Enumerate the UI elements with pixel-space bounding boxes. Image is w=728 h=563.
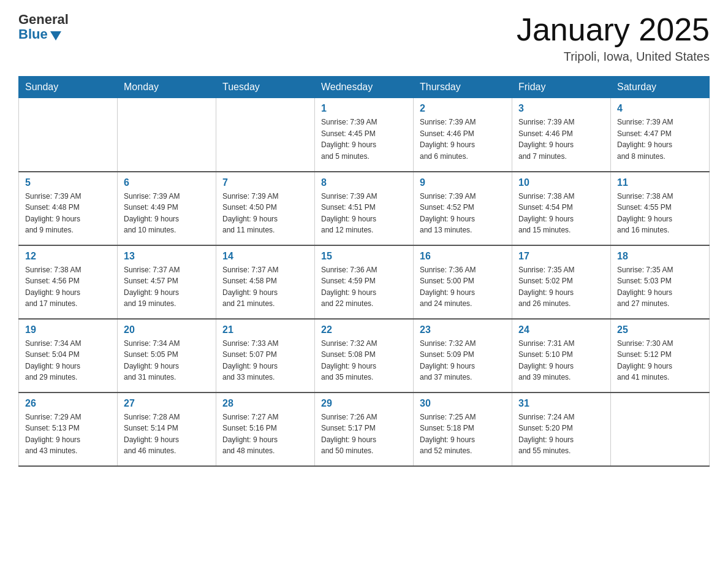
- calendar-cell: 2Sunrise: 7:39 AM Sunset: 4:46 PM Daylig…: [414, 98, 512, 172]
- calendar-cell: 30Sunrise: 7:25 AM Sunset: 5:18 PM Dayli…: [414, 393, 512, 466]
- weekday-header-sunday: Sunday: [19, 77, 118, 98]
- calendar-cell: 24Sunrise: 7:31 AM Sunset: 5:10 PM Dayli…: [512, 319, 611, 393]
- day-number: 24: [518, 324, 604, 335]
- day-info: Sunrise: 7:38 AM Sunset: 4:55 PM Dayligh…: [617, 191, 703, 236]
- day-number: 7: [222, 177, 308, 188]
- day-info: Sunrise: 7:34 AM Sunset: 5:05 PM Dayligh…: [124, 338, 210, 383]
- weekday-header-saturday: Saturday: [611, 77, 710, 98]
- day-number: 23: [420, 324, 506, 335]
- calendar-week-row: 19Sunrise: 7:34 AM Sunset: 5:04 PM Dayli…: [19, 319, 710, 393]
- day-info: Sunrise: 7:31 AM Sunset: 5:10 PM Dayligh…: [518, 338, 604, 383]
- calendar-week-row: 26Sunrise: 7:29 AM Sunset: 5:13 PM Dayli…: [19, 393, 710, 466]
- calendar-cell: 31Sunrise: 7:24 AM Sunset: 5:20 PM Dayli…: [512, 393, 611, 466]
- logo-blue: Blue: [18, 27, 48, 42]
- day-info: Sunrise: 7:36 AM Sunset: 4:59 PM Dayligh…: [321, 264, 407, 310]
- logo: General Blue: [18, 12, 69, 42]
- day-number: 29: [321, 398, 407, 409]
- day-number: 28: [222, 398, 308, 409]
- day-info: Sunrise: 7:36 AM Sunset: 5:00 PM Dayligh…: [420, 264, 506, 310]
- logo-triangle-icon: [50, 31, 61, 40]
- calendar-cell: 23Sunrise: 7:32 AM Sunset: 5:09 PM Dayli…: [414, 319, 512, 393]
- day-number: 14: [222, 251, 308, 262]
- page-header: General Blue January 2025 Tripoli, Iowa,…: [18, 12, 710, 64]
- calendar-cell: 9Sunrise: 7:39 AM Sunset: 4:52 PM Daylig…: [414, 172, 512, 245]
- calendar-cell: 15Sunrise: 7:36 AM Sunset: 4:59 PM Dayli…: [315, 245, 414, 319]
- day-number: 31: [518, 398, 604, 409]
- day-number: 25: [617, 324, 703, 335]
- weekday-header-wednesday: Wednesday: [315, 77, 414, 98]
- day-info: Sunrise: 7:35 AM Sunset: 5:03 PM Dayligh…: [617, 264, 703, 310]
- day-number: 1: [321, 103, 407, 114]
- calendar-cell: 18Sunrise: 7:35 AM Sunset: 5:03 PM Dayli…: [611, 245, 710, 319]
- day-info: Sunrise: 7:39 AM Sunset: 4:52 PM Dayligh…: [420, 191, 506, 236]
- weekday-header-tuesday: Tuesday: [216, 77, 315, 98]
- day-number: 11: [617, 177, 703, 188]
- day-number: 3: [518, 103, 604, 114]
- day-info: Sunrise: 7:26 AM Sunset: 5:17 PM Dayligh…: [321, 412, 407, 457]
- calendar-cell: 14Sunrise: 7:37 AM Sunset: 4:58 PM Dayli…: [216, 245, 315, 319]
- calendar-cell: 7Sunrise: 7:39 AM Sunset: 4:50 PM Daylig…: [216, 172, 315, 245]
- day-number: 30: [420, 398, 506, 409]
- calendar-cell: 16Sunrise: 7:36 AM Sunset: 5:00 PM Dayli…: [414, 245, 512, 319]
- day-info: Sunrise: 7:35 AM Sunset: 5:02 PM Dayligh…: [518, 264, 604, 310]
- calendar-cell: 5Sunrise: 7:39 AM Sunset: 4:48 PM Daylig…: [19, 172, 118, 245]
- day-info: Sunrise: 7:30 AM Sunset: 5:12 PM Dayligh…: [617, 338, 703, 383]
- calendar-cell: 28Sunrise: 7:27 AM Sunset: 5:16 PM Dayli…: [216, 393, 315, 466]
- calendar-cell: 29Sunrise: 7:26 AM Sunset: 5:17 PM Dayli…: [315, 393, 414, 466]
- day-info: Sunrise: 7:27 AM Sunset: 5:16 PM Dayligh…: [222, 412, 308, 457]
- day-info: Sunrise: 7:28 AM Sunset: 5:14 PM Dayligh…: [124, 412, 210, 457]
- day-info: Sunrise: 7:37 AM Sunset: 4:58 PM Dayligh…: [222, 264, 308, 310]
- day-number: 9: [420, 177, 506, 188]
- calendar-cell: 3Sunrise: 7:39 AM Sunset: 4:46 PM Daylig…: [512, 98, 611, 172]
- day-number: 18: [617, 251, 703, 262]
- calendar-cell: 13Sunrise: 7:37 AM Sunset: 4:57 PM Dayli…: [118, 245, 216, 319]
- day-info: Sunrise: 7:25 AM Sunset: 5:18 PM Dayligh…: [420, 412, 506, 457]
- day-number: 8: [321, 177, 407, 188]
- day-info: Sunrise: 7:37 AM Sunset: 4:57 PM Dayligh…: [124, 264, 210, 310]
- weekday-header-thursday: Thursday: [414, 77, 512, 98]
- day-number: 22: [321, 324, 407, 335]
- day-number: 26: [25, 398, 111, 409]
- calendar-cell: 11Sunrise: 7:38 AM Sunset: 4:55 PM Dayli…: [611, 172, 710, 245]
- weekday-header-monday: Monday: [118, 77, 216, 98]
- day-number: 27: [124, 398, 210, 409]
- location: Tripoli, Iowa, United States: [517, 50, 710, 64]
- calendar-cell: 19Sunrise: 7:34 AM Sunset: 5:04 PM Dayli…: [19, 319, 118, 393]
- calendar-cell: [19, 98, 118, 172]
- day-info: Sunrise: 7:39 AM Sunset: 4:46 PM Dayligh…: [518, 117, 604, 162]
- calendar-week-row: 12Sunrise: 7:38 AM Sunset: 4:56 PM Dayli…: [19, 245, 710, 319]
- day-info: Sunrise: 7:39 AM Sunset: 4:48 PM Dayligh…: [25, 191, 111, 236]
- day-info: Sunrise: 7:39 AM Sunset: 4:45 PM Dayligh…: [321, 117, 407, 162]
- day-number: 13: [124, 251, 210, 262]
- calendar-cell: 8Sunrise: 7:39 AM Sunset: 4:51 PM Daylig…: [315, 172, 414, 245]
- day-info: Sunrise: 7:38 AM Sunset: 4:56 PM Dayligh…: [25, 264, 111, 310]
- day-info: Sunrise: 7:34 AM Sunset: 5:04 PM Dayligh…: [25, 338, 111, 383]
- day-number: 5: [25, 177, 111, 188]
- calendar-cell: 6Sunrise: 7:39 AM Sunset: 4:49 PM Daylig…: [118, 172, 216, 245]
- day-number: 10: [518, 177, 604, 188]
- day-info: Sunrise: 7:24 AM Sunset: 5:20 PM Dayligh…: [518, 412, 604, 457]
- calendar-cell: 1Sunrise: 7:39 AM Sunset: 4:45 PM Daylig…: [315, 98, 414, 172]
- day-info: Sunrise: 7:38 AM Sunset: 4:54 PM Dayligh…: [518, 191, 604, 236]
- day-info: Sunrise: 7:39 AM Sunset: 4:49 PM Dayligh…: [124, 191, 210, 236]
- day-number: 6: [124, 177, 210, 188]
- calendar-week-row: 5Sunrise: 7:39 AM Sunset: 4:48 PM Daylig…: [19, 172, 710, 245]
- day-number: 17: [518, 251, 604, 262]
- calendar-cell: 25Sunrise: 7:30 AM Sunset: 5:12 PM Dayli…: [611, 319, 710, 393]
- day-number: 19: [25, 324, 111, 335]
- weekday-header-friday: Friday: [512, 77, 611, 98]
- calendar-cell: [118, 98, 216, 172]
- calendar-cell: 12Sunrise: 7:38 AM Sunset: 4:56 PM Dayli…: [19, 245, 118, 319]
- calendar-cell: 10Sunrise: 7:38 AM Sunset: 4:54 PM Dayli…: [512, 172, 611, 245]
- day-info: Sunrise: 7:29 AM Sunset: 5:13 PM Dayligh…: [25, 412, 111, 457]
- day-number: 16: [420, 251, 506, 262]
- title-block: January 2025 Tripoli, Iowa, United State…: [517, 12, 710, 64]
- calendar-cell: 17Sunrise: 7:35 AM Sunset: 5:02 PM Dayli…: [512, 245, 611, 319]
- day-info: Sunrise: 7:39 AM Sunset: 4:51 PM Dayligh…: [321, 191, 407, 236]
- day-info: Sunrise: 7:39 AM Sunset: 4:50 PM Dayligh…: [222, 191, 308, 236]
- logo-general: General: [18, 12, 69, 27]
- day-number: 2: [420, 103, 506, 114]
- calendar-cell: 26Sunrise: 7:29 AM Sunset: 5:13 PM Dayli…: [19, 393, 118, 466]
- day-info: Sunrise: 7:39 AM Sunset: 4:47 PM Dayligh…: [617, 117, 703, 162]
- calendar-cell: [216, 98, 315, 172]
